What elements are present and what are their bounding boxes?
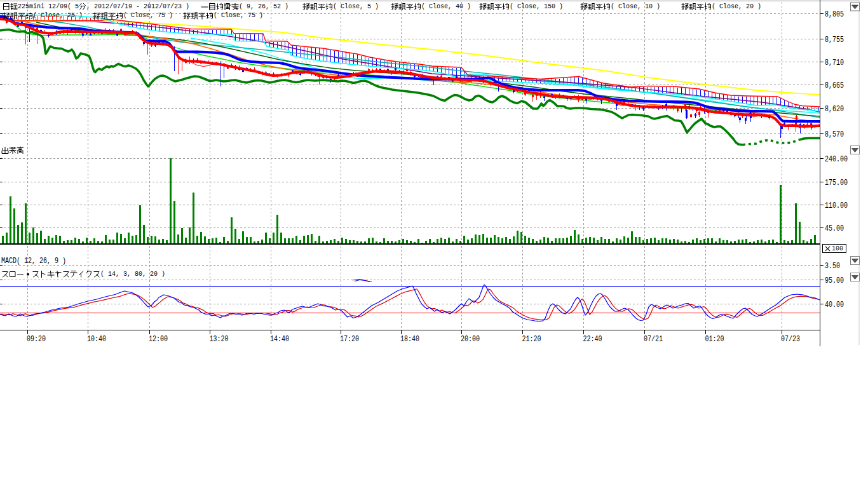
svg-text:3.50: 3.50 xyxy=(825,262,840,271)
svg-text:18:40: 18:40 xyxy=(400,335,419,344)
svg-text:12:00: 12:00 xyxy=(149,335,168,344)
svg-text:( 14, 3, 80, 20 ): ( 14, 3, 80, 20 ) xyxy=(100,271,165,278)
svg-text:( Close, 5 ): ( Close, 5 ) xyxy=(333,3,379,10)
svg-text:( Close, 150 ): ( Close, 150 ) xyxy=(510,3,563,10)
svg-text:14:40: 14:40 xyxy=(270,335,289,344)
svg-text:240.00: 240.00 xyxy=(825,155,848,164)
svg-text:10:40: 10:40 xyxy=(87,335,106,344)
svg-text:8,570: 8,570 xyxy=(825,130,844,139)
svg-text:17:20: 17:20 xyxy=(340,335,359,344)
svg-text:, 2012/07/19 - 2012/07/23 ): , 2012/07/19 - 2012/07/23 ) xyxy=(86,3,189,10)
svg-text:( Close, 25 ): ( Close, 25 ) xyxy=(33,12,83,19)
svg-text:100: 100 xyxy=(832,245,843,252)
svg-text:110.00: 110.00 xyxy=(825,201,848,210)
svg-text:13:20: 13:20 xyxy=(210,335,229,344)
svg-text:20:00: 20:00 xyxy=(461,335,480,344)
svg-text:40.00: 40.00 xyxy=(825,301,844,309)
svg-text:( 9, 26, 52 ): ( 9, 26, 52 ) xyxy=(239,3,288,10)
svg-text:8,805: 8,805 xyxy=(825,10,844,19)
svg-text:07/21: 07/21 xyxy=(644,335,663,344)
svg-text:( Close, 10 ): ( Close, 10 ) xyxy=(611,3,660,10)
svg-text:95.00: 95.00 xyxy=(825,276,844,285)
svg-text:8,665: 8,665 xyxy=(825,81,844,90)
svg-text:MACD( 12, 26, 9 ): MACD( 12, 26, 9 ) xyxy=(1,257,66,266)
svg-text:( Close, 20 ): ( Close, 20 ) xyxy=(712,3,761,10)
svg-text:8,710: 8,710 xyxy=(825,58,844,67)
svg-text:( Close, 75 ): ( Close, 75 ) xyxy=(123,12,173,19)
svg-text:8,755: 8,755 xyxy=(825,36,844,44)
svg-text:21:20: 21:20 xyxy=(522,335,541,344)
svg-text:175.00: 175.00 xyxy=(825,179,848,187)
svg-text:225mini 12/09( 5: 225mini 12/09( 5 xyxy=(18,3,79,10)
svg-text:45.00: 45.00 xyxy=(825,224,844,233)
svg-text:01:20: 01:20 xyxy=(705,335,724,344)
svg-text:22:40: 22:40 xyxy=(583,335,602,344)
svg-text:8,620: 8,620 xyxy=(825,105,844,114)
svg-text:07/23: 07/23 xyxy=(781,335,800,344)
svg-text:( Close, 40 ): ( Close, 40 ) xyxy=(421,3,471,10)
svg-text:( Close, 75 ): ( Close, 75 ) xyxy=(214,12,263,19)
svg-text:09:20: 09:20 xyxy=(27,335,46,344)
